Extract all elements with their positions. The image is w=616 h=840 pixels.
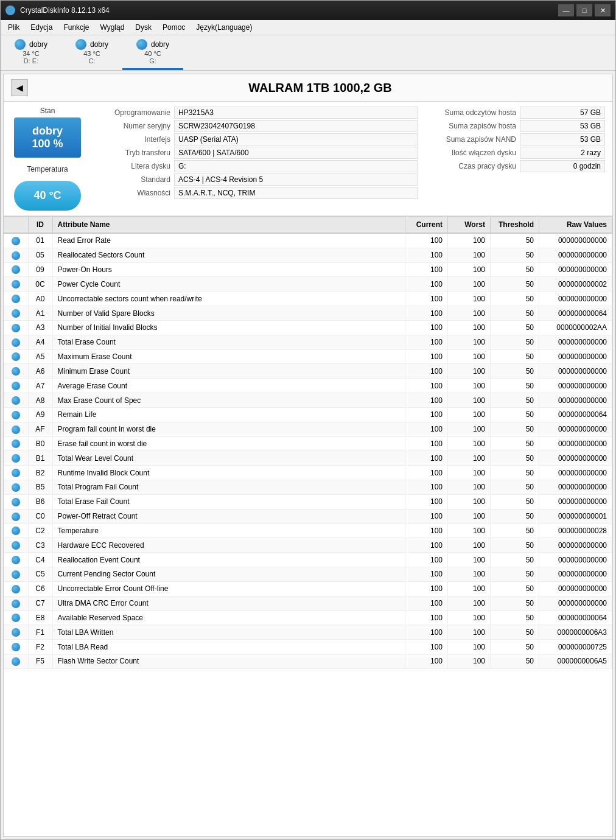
row-threshold: 50 xyxy=(491,480,539,495)
temp-badge: 40 °C xyxy=(14,181,81,211)
menu-plik[interactable]: Plik xyxy=(3,21,24,33)
smart-table-container[interactable]: ID Attribute Name Current Worst Threshol… xyxy=(4,216,612,836)
row-raw: 000000000002 xyxy=(539,277,612,292)
row-worst: 100 xyxy=(448,407,491,422)
czas-label: Czas pracy dysku xyxy=(422,162,520,170)
row-id: C7 xyxy=(28,596,52,611)
row-status-dot xyxy=(12,280,20,289)
litera-val: G: xyxy=(174,160,418,172)
row-dot-cell xyxy=(4,407,28,422)
ilosc-val: 2 razy xyxy=(520,147,605,159)
row-worst: 100 xyxy=(448,596,491,611)
maximize-button[interactable]: □ xyxy=(576,4,592,16)
table-row: A9 Remain Life 100 100 50 000000000064 xyxy=(4,407,612,422)
row-dot-cell xyxy=(4,466,28,480)
row-name: Uncorrectable sectors count when read/wr… xyxy=(52,292,405,306)
close-button[interactable]: ✕ xyxy=(595,4,611,16)
row-id: C0 xyxy=(28,509,52,523)
row-threshold: 50 xyxy=(491,292,539,306)
row-dot-cell xyxy=(4,451,28,466)
row-id: C3 xyxy=(28,538,52,553)
row-raw: 000000000000 xyxy=(539,480,612,495)
table-row: C6 Uncorrectable Error Count Off-line 10… xyxy=(4,581,612,596)
row-dot-cell xyxy=(4,596,28,611)
row-current: 100 xyxy=(405,625,448,640)
row-status-dot xyxy=(12,657,20,666)
row-dot-cell xyxy=(4,306,28,321)
row-name: Uncorrectable Error Count Off-line xyxy=(52,581,405,596)
row-threshold: 50 xyxy=(491,654,539,669)
menu-wyglad[interactable]: Wygląd xyxy=(95,21,129,33)
row-name: Reallocated Sectors Count xyxy=(52,248,405,262)
table-row: A8 Max Erase Count of Spec 100 100 50 00… xyxy=(4,393,612,408)
row-current: 100 xyxy=(405,596,448,611)
menu-dysk[interactable]: Dysk xyxy=(130,21,156,33)
row-status-dot xyxy=(12,411,20,419)
th-dot xyxy=(4,217,28,233)
menu-edycja[interactable]: Edycja xyxy=(26,21,57,33)
row-raw: 000000000000 xyxy=(539,262,612,277)
row-id: F1 xyxy=(28,625,52,640)
row-id: A3 xyxy=(28,320,52,335)
row-worst: 100 xyxy=(448,233,491,248)
standard-val: ACS-4 | ACS-4 Revision 5 xyxy=(174,173,418,186)
row-current: 100 xyxy=(405,466,448,480)
menu-jezyk[interactable]: Język(Language) xyxy=(191,21,257,33)
row-dot-cell xyxy=(4,335,28,349)
row-worst: 100 xyxy=(448,436,491,451)
row-dot-cell xyxy=(4,538,28,553)
row-worst: 100 xyxy=(448,422,491,436)
row-raw: 000000000000 xyxy=(539,292,612,306)
row-current: 100 xyxy=(405,654,448,669)
window-controls: — □ ✕ xyxy=(558,4,611,16)
row-current: 100 xyxy=(405,640,448,654)
info-section: Stan dobry 100 % Temperatura 40 °C Oprog… xyxy=(4,102,612,216)
minimize-button[interactable]: — xyxy=(558,4,574,16)
row-dot-cell xyxy=(4,553,28,567)
oprogramowanie-val: HP3215A3 xyxy=(174,107,418,119)
row-status-dot xyxy=(12,541,20,550)
drive-btn-de[interactable]: dobry 34 °C D: E: xyxy=(1,35,61,70)
row-name: Read Error Rate xyxy=(52,233,405,248)
row-id: C5 xyxy=(28,567,52,582)
row-raw: 000000000000 xyxy=(539,466,612,480)
drive-temp-g: 40 °C xyxy=(144,50,161,57)
row-id: C2 xyxy=(28,523,52,538)
row-threshold: 50 xyxy=(491,581,539,596)
row-raw: 000000000028 xyxy=(539,523,612,538)
row-current: 100 xyxy=(405,480,448,495)
menu-pomoc[interactable]: Pomoc xyxy=(158,21,190,33)
row-threshold: 50 xyxy=(491,379,539,393)
row-raw: 000000000000 xyxy=(539,422,612,436)
nav-back-button[interactable]: ◀ xyxy=(11,79,28,96)
row-worst: 100 xyxy=(448,306,491,321)
row-dot-cell xyxy=(4,320,28,335)
menu-funkcje[interactable]: Funkcje xyxy=(58,21,94,33)
main-window: CrystalDiskInfo 8.12.13 x64 — □ ✕ Plik E… xyxy=(0,0,616,840)
row-name: Total Erase Fail Count xyxy=(52,494,405,509)
row-name: Total LBA Written xyxy=(52,625,405,640)
row-interfejs: Interfejs UASP (Serial ATA) xyxy=(89,133,418,145)
row-dot-cell xyxy=(4,480,28,495)
row-worst: 100 xyxy=(448,248,491,262)
row-dot-cell xyxy=(4,262,28,277)
drive-btn-g[interactable]: dobry 40 °C G: xyxy=(122,35,183,70)
row-status-dot xyxy=(12,237,20,245)
row-current: 100 xyxy=(405,306,448,321)
status-pct: 100 % xyxy=(26,138,69,150)
th-raw: Raw Values xyxy=(539,217,612,233)
row-status-dot xyxy=(12,352,20,361)
row-id: A6 xyxy=(28,364,52,379)
row-threshold: 50 xyxy=(491,277,539,292)
table-row: C0 Power-Off Retract Count 100 100 50 00… xyxy=(4,509,612,523)
czas-val: 0 godzin xyxy=(520,160,605,172)
drive-btn-c[interactable]: dobry 43 °C C: xyxy=(61,35,122,70)
row-status-dot xyxy=(12,382,20,390)
litera-label: Litera dysku xyxy=(89,162,174,170)
smart-table: ID Attribute Name Current Worst Threshol… xyxy=(4,217,612,669)
row-name: Number of Valid Spare Blocks xyxy=(52,306,405,321)
row-current: 100 xyxy=(405,292,448,306)
row-current: 100 xyxy=(405,393,448,408)
table-row: C7 Ultra DMA CRC Error Count 100 100 50 … xyxy=(4,596,612,611)
row-dot-cell xyxy=(4,349,28,364)
